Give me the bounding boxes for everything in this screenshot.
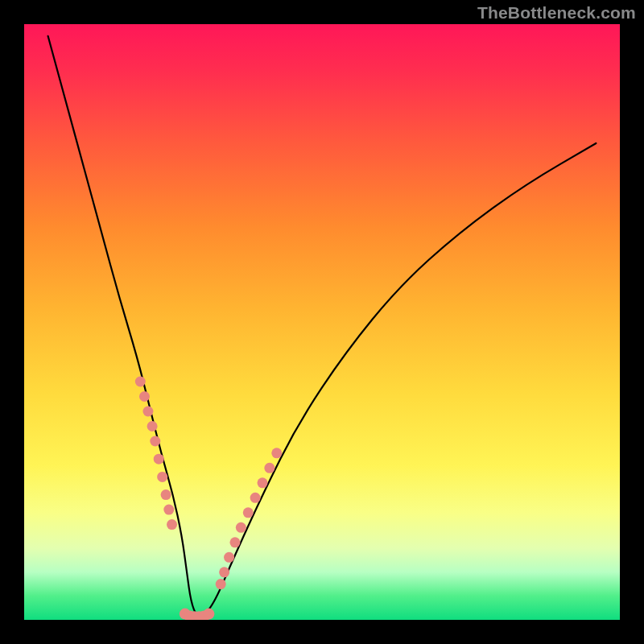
plot-area: [24, 24, 620, 620]
marker-dot: [243, 507, 254, 518]
marker-dot: [157, 472, 167, 482]
marker-dot: [203, 609, 214, 620]
highlighted-points: [135, 377, 282, 621]
marker-dot: [236, 522, 246, 533]
marker-dot: [147, 421, 158, 431]
marker-dot: [264, 463, 275, 473]
bottleneck-curve: [48, 36, 597, 617]
marker-dot: [224, 552, 234, 563]
marker-dot: [258, 477, 268, 488]
marker-dot: [161, 489, 171, 500]
marker-dot: [154, 454, 164, 464]
marker-dot: [250, 493, 261, 503]
marker-dot: [163, 505, 174, 515]
marker-dot: [219, 567, 229, 577]
marker-dot: [167, 519, 177, 530]
marker-dot: [229, 537, 240, 547]
chart-frame: TheBottleneck.com: [0, 0, 644, 644]
marker-dot: [135, 377, 146, 387]
watermark-text: TheBottleneck.com: [477, 3, 636, 23]
marker-dot: [150, 436, 160, 447]
marker-dot: [139, 391, 150, 402]
curve-layer: [24, 24, 620, 620]
marker-dot: [142, 407, 153, 417]
marker-dot: [216, 579, 226, 589]
marker-dot: [271, 448, 282, 458]
bottleneck-curve-path: [48, 36, 597, 617]
